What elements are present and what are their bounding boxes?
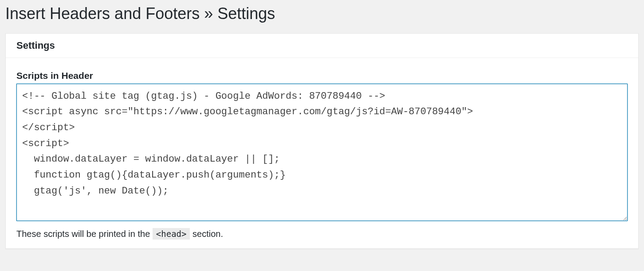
page-title: Insert Headers and Footers » Settings — [5, 4, 639, 24]
page-header: Insert Headers and Footers » Settings — [0, 0, 644, 33]
card-body: Scripts in Header These scripts will be … — [6, 58, 638, 248]
card-title: Settings — [16, 40, 628, 51]
scripts-header-label: Scripts in Header — [16, 70, 628, 81]
help-text-prefix: These scripts will be printed in the — [16, 229, 153, 239]
help-text-suffix: section. — [192, 229, 223, 239]
help-text: These scripts will be printed in the <he… — [16, 227, 628, 240]
card-header: Settings — [6, 34, 638, 58]
scripts-header-textarea[interactable] — [16, 84, 628, 221]
help-text-code: <head> — [153, 228, 190, 240]
settings-card: Settings Scripts in Header These scripts… — [5, 33, 639, 249]
